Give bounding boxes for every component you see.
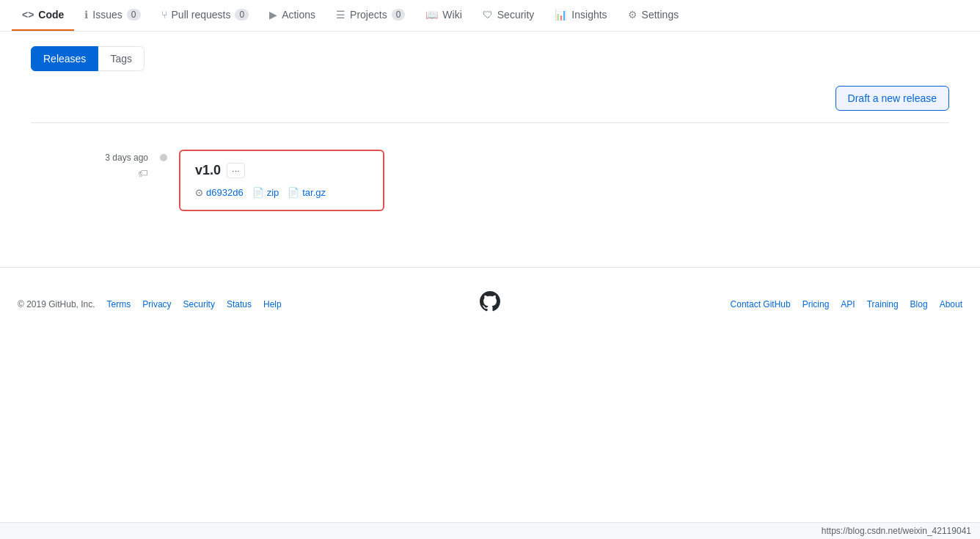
nav-label-wiki: Wiki	[442, 9, 461, 21]
github-logo-icon	[480, 291, 500, 317]
footer-left: © 2019 GitHub, Inc. Terms Privacy Securi…	[18, 299, 461, 309]
nav-item-code[interactable]: <> Code	[12, 0, 74, 31]
draft-button-container: Draft a new release	[31, 86, 949, 111]
issues-badge: 0	[127, 9, 141, 21]
wiki-icon: 📖	[425, 9, 438, 21]
nav-item-insights[interactable]: 📊 Insights	[544, 0, 617, 31]
commit-hash: d6932d6	[206, 187, 244, 198]
tag-icon: 🏷	[138, 167, 148, 179]
projects-icon: ☰	[336, 9, 345, 21]
security-icon: 🛡	[483, 9, 493, 21]
draft-new-release-button[interactable]: Draft a new release	[835, 86, 949, 111]
page-content: Releases Tags Draft a new release 3 days…	[13, 32, 967, 238]
code-icon: <>	[22, 9, 34, 21]
nav-label-insights: Insights	[571, 9, 607, 21]
release-more-button[interactable]: ···	[227, 163, 245, 178]
nav-item-actions[interactable]: ▶ Actions	[259, 0, 326, 31]
footer-link-security[interactable]: Security	[183, 299, 215, 309]
pull-requests-icon: ⑂	[161, 9, 167, 21]
footer-link-about[interactable]: About	[940, 299, 962, 309]
nav-label-settings: Settings	[642, 9, 679, 21]
nav-item-projects[interactable]: ☰ Projects 0	[326, 0, 415, 31]
footer-right: Contact GitHub Pricing API Training Blog…	[519, 299, 962, 309]
projects-badge: 0	[392, 9, 406, 21]
footer-inner: © 2019 GitHub, Inc. Terms Privacy Securi…	[18, 291, 962, 317]
timeline-dot	[160, 154, 167, 161]
section-divider	[31, 122, 949, 123]
release-card: v1.0 ··· ⊙ d6932d6 📄 zip 📄 tar.gz	[179, 150, 384, 211]
actions-icon: ▶	[269, 9, 277, 21]
zip-label: zip	[267, 187, 279, 198]
footer-link-privacy[interactable]: Privacy	[142, 299, 171, 309]
footer-link-contact-github[interactable]: Contact GitHub	[731, 299, 791, 309]
nav-label-projects: Projects	[350, 9, 387, 21]
settings-icon: ⚙	[628, 9, 637, 21]
targz-label: tar.gz	[302, 187, 326, 198]
footer-link-terms[interactable]: Terms	[107, 299, 131, 309]
insights-icon: 📊	[555, 9, 567, 21]
nav-label-actions: Actions	[282, 9, 315, 21]
footer-link-training[interactable]: Training	[867, 299, 899, 309]
nav-item-security[interactable]: 🛡 Security	[472, 0, 545, 31]
nav-label-pull-requests: Pull requests	[172, 9, 231, 21]
footer-link-pricing[interactable]: Pricing	[802, 299, 830, 309]
top-nav: <> Code ℹ Issues 0 ⑂ Pull requests 0 ▶ A…	[0, 0, 980, 32]
release-timestamp: 3 days ago	[105, 153, 148, 163]
nav-label-code: Code	[38, 9, 64, 21]
footer: © 2019 GitHub, Inc. Terms Privacy Securi…	[0, 267, 980, 340]
footer-link-api[interactable]: API	[841, 299, 855, 309]
footer-center	[461, 291, 519, 317]
release-card-header: v1.0 ···	[195, 163, 368, 178]
release-row: 3 days ago 🏷 v1.0 ··· ⊙ d6932d6 📄 zip	[31, 138, 949, 223]
pull-requests-badge: 0	[235, 9, 249, 21]
release-assets: ⊙ d6932d6 📄 zip 📄 tar.gz	[195, 187, 368, 198]
nav-label-security: Security	[497, 9, 535, 21]
release-version: v1.0	[195, 163, 221, 178]
tab-tags[interactable]: Tags	[98, 46, 145, 71]
nav-item-issues[interactable]: ℹ Issues 0	[74, 0, 150, 31]
commit-link[interactable]: ⊙ d6932d6	[195, 187, 244, 198]
zip-icon: 📄	[252, 187, 264, 198]
releases-tabs: Releases Tags	[31, 46, 949, 71]
zip-link[interactable]: 📄 zip	[252, 187, 279, 198]
targz-link[interactable]: 📄 tar.gz	[288, 187, 326, 198]
issues-icon: ℹ	[84, 9, 88, 21]
nav-item-pull-requests[interactable]: ⑂ Pull requests 0	[151, 0, 260, 31]
commit-icon: ⊙	[195, 187, 203, 198]
targz-icon: 📄	[288, 187, 299, 198]
tab-releases[interactable]: Releases	[31, 46, 98, 71]
nav-label-issues: Issues	[92, 9, 122, 21]
release-meta: 3 days ago 🏷	[31, 150, 148, 179]
footer-copyright: © 2019 GitHub, Inc.	[18, 299, 95, 309]
footer-link-help[interactable]: Help	[263, 299, 282, 309]
footer-link-blog[interactable]: Blog	[910, 299, 928, 309]
footer-link-status[interactable]: Status	[227, 299, 252, 309]
nav-item-wiki[interactable]: 📖 Wiki	[415, 0, 472, 31]
nav-item-settings[interactable]: ⚙ Settings	[618, 0, 690, 31]
